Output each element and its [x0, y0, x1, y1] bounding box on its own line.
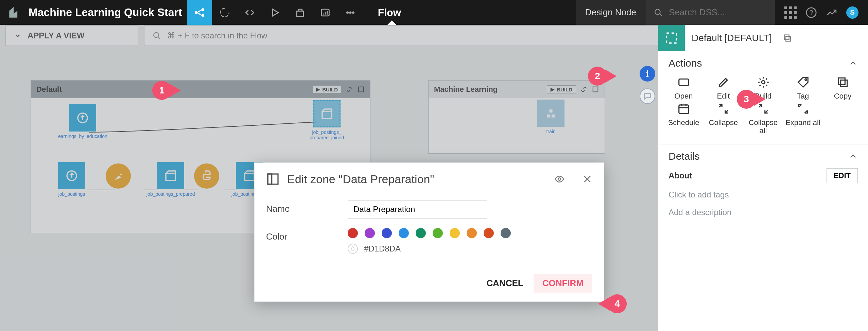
- close-icon[interactable]: [582, 174, 592, 184]
- logo-icon[interactable]: [0, 0, 29, 25]
- code-icon[interactable]: [237, 0, 262, 25]
- callout-1: 1: [152, 81, 181, 100]
- recipe-node[interactable]: [106, 163, 131, 189]
- build-button[interactable]: ▶ BUILD: [312, 85, 342, 93]
- svg-rect-15: [593, 87, 598, 92]
- flow-tab-label[interactable]: Flow: [378, 7, 401, 18]
- copy-icon[interactable]: [783, 33, 792, 43]
- color-swatch[interactable]: [450, 228, 460, 238]
- svg-point-21: [805, 79, 806, 81]
- action-tag[interactable]: Tag: [784, 76, 822, 100]
- maximize-icon[interactable]: [357, 86, 365, 93]
- chevron-down-icon: [14, 32, 21, 39]
- node-label: prepared_joined: [310, 135, 344, 140]
- no-color-icon[interactable]: [348, 244, 358, 254]
- edit-zone-modal: Edit zone "Data Preparation" Name Color …: [254, 162, 604, 302]
- svg-point-14: [207, 179, 208, 180]
- lifecycle-icon[interactable]: [212, 0, 237, 25]
- color-swatch[interactable]: [399, 228, 409, 238]
- search-icon: [153, 31, 161, 40]
- node-label: job_postings_: [312, 129, 341, 135]
- more-icon[interactable]: [338, 0, 363, 25]
- python-recipe-node[interactable]: [194, 163, 219, 189]
- dataset-node[interactable]: earnings_by_education: [58, 104, 107, 139]
- global-search-input[interactable]: [669, 7, 767, 18]
- chevron-up-icon: [848, 152, 858, 161]
- tags-placeholder[interactable]: Click to add tags: [658, 188, 868, 206]
- svg-point-1: [202, 8, 204, 11]
- info-bubble-icon[interactable]: i: [640, 66, 655, 82]
- action-copy[interactable]: Copy: [823, 76, 862, 100]
- section-actions[interactable]: Actions: [658, 51, 868, 72]
- svg-rect-19: [679, 79, 689, 86]
- dataset-node[interactable]: job_postings: [58, 162, 85, 197]
- panel-header: Default [DEFAULT]: [658, 25, 868, 51]
- callout-4: 4: [598, 294, 627, 313]
- collapse-icon[interactable]: [580, 86, 588, 93]
- action-open[interactable]: Open: [664, 76, 703, 100]
- flow-search[interactable]: [144, 25, 670, 46]
- action-expand-all[interactable]: Expand all: [784, 102, 822, 135]
- color-swatch[interactable]: [467, 228, 477, 238]
- confirm-button[interactable]: CONFIRM: [534, 274, 592, 293]
- callout-2: 2: [588, 67, 617, 86]
- topbar: Machine Learning Quick Start Flow Design…: [0, 0, 868, 25]
- design-node-label[interactable]: Design Node: [576, 0, 646, 25]
- apply-view-dropdown[interactable]: APPLY A VIEW: [5, 25, 138, 46]
- section-details: Details About EDIT Click to add tags Add…: [658, 144, 868, 223]
- modal-title: Edit zone "Data Preparation": [287, 173, 434, 186]
- svg-rect-24: [679, 105, 689, 114]
- color-swatch[interactable]: [348, 228, 358, 238]
- cancel-button[interactable]: CANCEL: [486, 274, 523, 293]
- color-swatch[interactable]: [501, 228, 511, 238]
- color-swatch[interactable]: [382, 228, 392, 238]
- section-details-header[interactable]: Details: [658, 144, 868, 166]
- export-icon[interactable]: [288, 0, 313, 25]
- svg-point-7: [352, 12, 354, 14]
- project-title[interactable]: Machine Learning Quick Start: [29, 6, 187, 19]
- description-placeholder[interactable]: Add a description: [658, 206, 868, 223]
- svg-point-27: [558, 178, 561, 180]
- node-label: train: [546, 129, 555, 134]
- visibility-icon[interactable]: [554, 174, 565, 184]
- flow-tab-caret: [387, 20, 397, 25]
- trend-icon[interactable]: [826, 7, 837, 18]
- zone-name-input[interactable]: [348, 200, 487, 219]
- action-schedule[interactable]: Schedule: [664, 102, 703, 135]
- maximize-icon[interactable]: [592, 86, 599, 93]
- svg-rect-26: [268, 174, 272, 184]
- search-icon: [654, 7, 663, 18]
- chevron-up-icon: [848, 58, 858, 68]
- svg-rect-10: [359, 87, 364, 92]
- zone-ml[interactable]: Machine Learning ▶ BUILD train: [428, 80, 605, 154]
- dataset-node[interactable]: job_postings_ prepared_joined: [310, 100, 344, 140]
- color-swatch[interactable]: [365, 228, 375, 238]
- help-icon[interactable]: ?: [805, 7, 817, 18]
- color-swatch[interactable]: [416, 228, 426, 238]
- section-title: Details: [669, 151, 700, 162]
- dataset-node[interactable]: job_postings_prepared: [146, 162, 195, 197]
- apps-icon[interactable]: [784, 6, 797, 19]
- dashboard-icon[interactable]: [313, 0, 338, 25]
- global-search[interactable]: [646, 0, 775, 25]
- color-swatch[interactable]: [484, 228, 494, 238]
- svg-rect-3: [297, 11, 303, 16]
- node-label: job_postings: [58, 191, 85, 197]
- color-field-label: Color: [266, 228, 334, 242]
- flow-icon[interactable]: [187, 0, 212, 25]
- zone-tools: ▶ BUILD: [312, 85, 365, 93]
- user-avatar[interactable]: S: [846, 6, 858, 19]
- zone-header[interactable]: Machine Learning ▶ BUILD: [429, 81, 605, 98]
- color-swatch[interactable]: [433, 228, 443, 238]
- edit-about-button[interactable]: EDIT: [827, 168, 858, 183]
- run-icon[interactable]: [262, 0, 288, 25]
- svg-point-6: [349, 12, 351, 14]
- zone-header[interactable]: Default ▶ BUILD: [31, 81, 370, 98]
- flow-search-input[interactable]: [167, 31, 662, 40]
- chat-bubble-icon[interactable]: [640, 88, 655, 104]
- collapse-icon[interactable]: [346, 86, 353, 93]
- zone-tools: ▶ BUILD: [547, 85, 599, 93]
- ml-node[interactable]: train: [537, 100, 565, 134]
- build-button[interactable]: ▶ BUILD: [547, 85, 576, 93]
- svg-point-5: [346, 12, 348, 14]
